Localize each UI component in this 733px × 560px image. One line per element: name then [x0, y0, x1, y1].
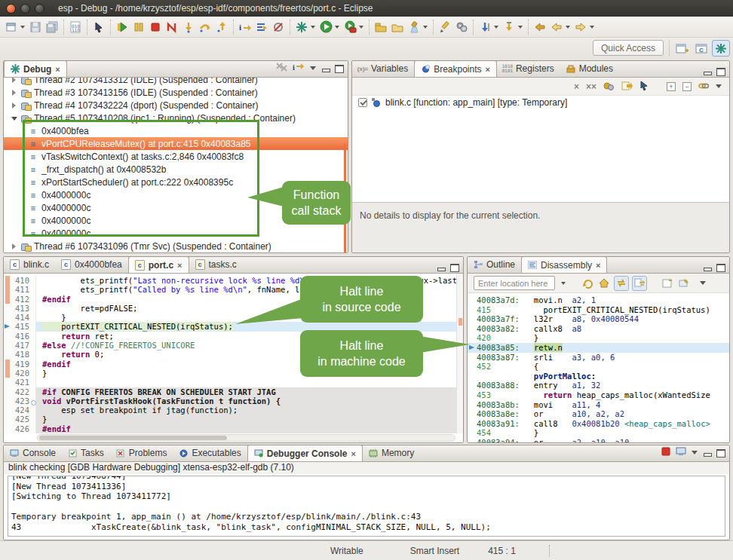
breakpoint-entry[interactable]: blink.c [function: app_main] [type: Temp…	[352, 96, 729, 109]
search-dropdown-icon[interactable]	[423, 26, 428, 29]
editor-line[interactable]: 421	[4, 378, 463, 387]
external-tools-button[interactable]	[342, 19, 358, 35]
tab-problems[interactable]: Problems	[110, 445, 173, 461]
pointer-button[interactable]	[90, 19, 107, 35]
import-dropdown-icon[interactable]	[494, 26, 498, 29]
fold-marker-icon[interactable]	[31, 400, 36, 405]
disassembly-line[interactable]: 40083a87: srli a3, a0, 6	[468, 353, 729, 363]
close-icon[interactable]: ×	[55, 65, 60, 74]
tab-modules[interactable]: Modules	[560, 60, 619, 77]
close-window-button[interactable]	[6, 4, 16, 14]
terminate-button[interactable]	[147, 19, 164, 35]
minimize-window-button[interactable]	[20, 4, 30, 14]
expand-icon[interactable]	[11, 243, 17, 249]
editor-hscrollbar[interactable]	[37, 434, 455, 442]
disassembly-line[interactable]: 453 return heap_caps_malloc(xWantedSize	[468, 390, 729, 400]
editor-line[interactable]: 426#endif	[4, 424, 463, 433]
tab-console[interactable]: Console	[4, 445, 62, 461]
disassembly-line[interactable]: 40083a8e: or a10, a2, a2	[468, 409, 729, 419]
debug-thread-row[interactable]: Thread #4 1073432224 (dport) (Suspended …	[4, 99, 348, 112]
console-menu-icon[interactable]	[692, 451, 698, 454]
tab-debug[interactable]: Debug ×	[4, 60, 67, 77]
remove-all-terminated-icon[interactable]	[276, 61, 287, 75]
tab-tasks-c[interactable]: c tasks.c	[189, 256, 243, 273]
maximize-window-button[interactable]	[35, 4, 44, 14]
search-button[interactable]	[406, 19, 422, 35]
disassembly-line[interactable]: 40083a85: retw.n	[468, 343, 729, 353]
minimize-view-icon[interactable]	[703, 449, 711, 456]
tab-blink-c[interactable]: c blink.c	[4, 256, 55, 273]
new-view-icon[interactable]	[661, 275, 674, 292]
import-annotation-button[interactable]	[477, 19, 493, 35]
tab-variables[interactable]: (x)= Variables	[352, 60, 414, 77]
view-menu-icon[interactable]	[700, 281, 706, 285]
sync-selection-toggle[interactable]	[614, 276, 629, 291]
expand-icon[interactable]	[11, 103, 17, 109]
run-dropdown-icon[interactable]	[335, 26, 339, 29]
location-input[interactable]: Enter location here	[474, 276, 555, 290]
remove-breakpoint-icon[interactable]: ×	[574, 81, 579, 92]
instruction-stepping-button[interactable]: i	[237, 19, 253, 35]
collapse-icon[interactable]	[11, 115, 17, 121]
tab-memory[interactable]: Memory	[363, 445, 420, 461]
close-icon[interactable]: ×	[177, 261, 182, 270]
step-over-button[interactable]	[197, 19, 213, 35]
next-annotation-dropdown-icon[interactable]	[518, 26, 523, 29]
debug-star-button[interactable]	[293, 19, 310, 35]
minimize-view-icon[interactable]	[321, 65, 330, 72]
editor-line[interactable]: 422#if CONFIG_FREERTOS_BREAK_ON_SCHEDULE…	[4, 387, 463, 396]
open-perspective-button[interactable]	[673, 40, 691, 57]
close-icon[interactable]: ×	[596, 261, 600, 270]
editor-line[interactable]: 425}	[4, 415, 463, 424]
editor-line[interactable]: 424 esp_set_breakpoint_if_jtag(function)…	[4, 405, 463, 415]
disassembly-line[interactable]: 40083a88: entry a1, 32	[468, 381, 729, 390]
minimize-view-icon[interactable]	[703, 264, 711, 271]
disassembly-line[interactable]: 40083a94: or a2, a10, a10	[468, 438, 729, 442]
debug-thread-row[interactable]: Thread #3 1073413156 (IDLE) (Suspended :…	[4, 86, 348, 99]
tab-executables[interactable]: Executables	[173, 445, 247, 461]
home-icon[interactable]	[597, 275, 611, 292]
tab-breakpoints[interactable]: Breakpoints ×	[414, 60, 497, 77]
debug-thread-row[interactable]: Thread #2 1073413312 (IDLE) (Suspended :…	[4, 78, 348, 86]
disassembly-line[interactable]: 415 portEXIT_CRITICAL_NESTED(irqStatus)	[468, 305, 729, 315]
tab-0x4000bfea[interactable]: c 0x4000bfea	[55, 256, 128, 273]
close-icon[interactable]: ×	[486, 65, 490, 74]
terminate-console-icon[interactable]	[661, 445, 670, 459]
maximize-view-icon[interactable]	[335, 65, 343, 72]
new-button[interactable]	[3, 19, 20, 35]
show-source-toggle[interactable]	[632, 276, 647, 291]
next-annotation-button[interactable]	[501, 19, 517, 35]
expand-icon[interactable]	[11, 90, 17, 96]
maximize-view-icon[interactable]	[716, 449, 725, 456]
disassembly-line[interactable]: 40083a8b: movi a11, 4	[468, 400, 729, 410]
debug-thread-row[interactable]: Thread #6 1073431096 (Tmr Svc) (Suspende…	[4, 240, 348, 252]
resume-button[interactable]	[114, 19, 130, 35]
pin-view-icon[interactable]	[677, 275, 691, 292]
tab-debugger-console[interactable]: Debugger Console ×	[247, 445, 363, 461]
new-dropdown-icon[interactable]	[20, 26, 25, 29]
maximize-view-icon[interactable]	[716, 68, 725, 75]
skip-breakpoints-button[interactable]	[270, 19, 287, 35]
scrollbar-thumb[interactable]	[39, 436, 227, 440]
save-all-button[interactable]	[44, 19, 60, 35]
link-icon[interactable]	[698, 80, 709, 93]
build-gears-button[interactable]	[453, 19, 470, 35]
disassembly-line[interactable]: 40083a7d: movi.n a2, 1	[468, 295, 729, 305]
refresh-icon[interactable]	[581, 275, 594, 292]
console-output[interactable]: [New Thread 1073468744][New Thread 10734…	[8, 476, 725, 537]
run-button[interactable]	[317, 19, 334, 35]
remove-all-breakpoints-icon[interactable]: ××	[586, 81, 597, 92]
forward-dropdown-icon[interactable]	[590, 26, 594, 29]
maximize-view-icon[interactable]	[450, 264, 459, 271]
disassembly-line[interactable]: 40083a82: callx8 a8	[468, 324, 729, 334]
last-edit-location-button[interactable]	[532, 19, 548, 35]
display-console-icon[interactable]	[676, 445, 686, 459]
breakpoint-checkbox[interactable]	[358, 98, 367, 107]
quick-access-button[interactable]: Quick Access	[593, 40, 664, 56]
disassembly-line[interactable]: 452 {	[468, 362, 729, 372]
c-perspective-button[interactable]: C	[692, 40, 710, 57]
mark-occurrences-button[interactable]	[437, 19, 453, 35]
tab-port-c[interactable]: c port.c ×	[128, 256, 189, 273]
disassembly-line[interactable]: 454 }	[468, 428, 729, 438]
tab-disassembly[interactable]: Disassembly ×	[521, 256, 607, 273]
